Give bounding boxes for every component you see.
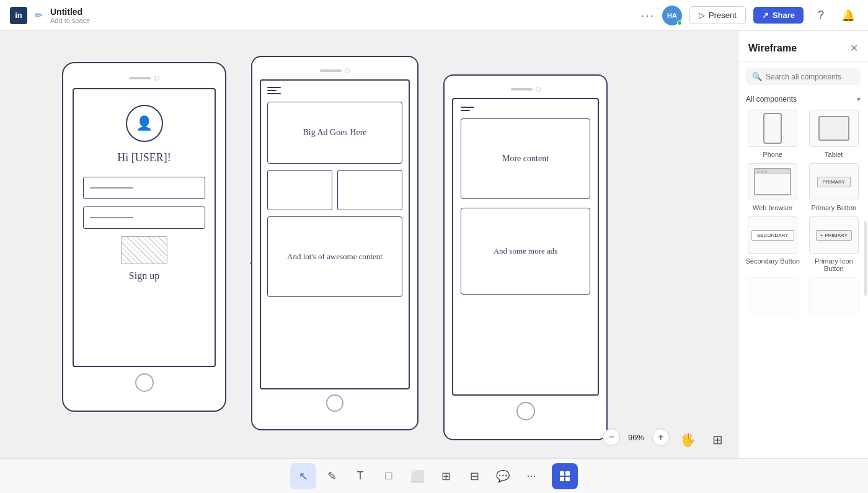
components-icon <box>559 471 570 482</box>
zoom-in-button[interactable]: + <box>652 429 670 446</box>
zoom-out-button[interactable]: − <box>603 429 620 446</box>
comp-primary-button[interactable]: PRIMARY Primary Button <box>806 163 862 211</box>
panel-title: Wireframe <box>748 43 797 54</box>
hamburger-line-2 <box>267 90 277 91</box>
desktop-hline-1 <box>461 107 474 108</box>
present-button[interactable]: ▷ Present <box>689 6 746 24</box>
desktop-hline-2 <box>461 110 470 111</box>
filter-label: All components <box>746 95 797 104</box>
bottom-toolbar: ↖ ✎ T □ ⬜ ⊞ ⊟ 💬 ··· <box>0 458 868 493</box>
comp-browser-box <box>754 168 791 195</box>
password-input-sketch <box>83 207 205 229</box>
hamburger-line-1 <box>267 87 281 88</box>
phone-top-bar-1 <box>73 76 216 81</box>
comp-extra-2[interactable] <box>806 277 862 314</box>
phone-camera <box>154 76 159 81</box>
comp-extra-1-thumb <box>748 277 797 314</box>
browser-dot-3 <box>764 171 767 173</box>
phone-frame-1: 👤 Hi [USER]! Sign up <box>62 62 226 412</box>
comp-tablet-thumb <box>809 110 859 147</box>
tablet-top-bar <box>260 68 410 73</box>
comp-browser-bar <box>755 169 790 174</box>
pen-tool-button[interactable]: ✎ <box>319 463 345 489</box>
comp-phone-label: Phone <box>763 151 782 158</box>
phone-speaker <box>129 77 151 79</box>
filter-chevron-icon[interactable]: ▾ <box>857 95 861 104</box>
desktop-home-button <box>516 402 535 420</box>
app-logo: in <box>10 7 27 24</box>
present-icon: ▷ <box>699 11 705 20</box>
tablet-frame-middle: Big Ad Goes Here And lot's of awesome co… <box>251 56 418 430</box>
document-title: Untitled <box>50 7 90 17</box>
sign-up-text: Sign up <box>83 270 205 282</box>
panel-search-box[interactable]: 🔍 <box>746 68 861 85</box>
comp-browser-thumb <box>748 163 797 200</box>
browser-dot-1 <box>757 171 760 173</box>
notifications-button[interactable]: 🔔 <box>838 6 858 25</box>
help-button[interactable]: ? <box>811 6 831 25</box>
comp-extra-1[interactable] <box>745 277 801 314</box>
sticky-note-button[interactable]: ⬜ <box>404 463 430 489</box>
more-content-block: More content <box>461 118 590 199</box>
comp-web-browser[interactable]: Web browser <box>745 163 801 211</box>
desktop-speaker <box>511 88 533 91</box>
search-input[interactable] <box>766 73 854 81</box>
browser-dot-2 <box>761 171 763 173</box>
select-tool-button[interactable]: ↖ <box>290 463 316 489</box>
comp-tablet[interactable]: Tablet <box>806 110 862 158</box>
more-menu-button[interactable]: ··· <box>640 8 655 22</box>
comp-icon-button[interactable]: +PRIMARY Primary Icon Button <box>806 216 862 272</box>
comp-secondary-btn-label: Secondary Button <box>746 257 800 265</box>
svg-rect-4 <box>560 477 564 481</box>
map-icon[interactable]: ⊞ <box>712 432 723 447</box>
panel-scrollbar[interactable] <box>864 221 867 296</box>
search-icon: 🔍 <box>752 72 762 81</box>
comp-primary-btn-thumb: PRIMARY <box>809 163 859 200</box>
desktop-hamburger <box>461 107 590 111</box>
hi-user-text: Hi [USER]! <box>83 151 205 164</box>
hand-tool-icon[interactable]: 🖐 <box>680 432 696 447</box>
text-tool-button[interactable]: T <box>347 463 373 489</box>
comment-tool-button[interactable]: 💬 <box>490 463 516 489</box>
topbar: in ✏ Untitled Add to space ··· HA ▷ Pres… <box>0 0 868 31</box>
comp-icon-btn-label: Primary Icon Button <box>806 257 862 272</box>
comp-secondary-btn-thumb: SECONDARY <box>748 216 797 254</box>
canvas[interactable]: 👤 Hi [USER]! Sign up <box>0 31 738 458</box>
desktop-camera <box>536 87 541 92</box>
components-panel-button[interactable] <box>552 463 578 489</box>
comp-tablet-label: Tablet <box>825 151 843 158</box>
comp-icon-btn-preview: +PRIMARY <box>816 230 852 241</box>
share-icon: ↗ <box>762 11 769 20</box>
grid-tool-button[interactable]: ⊞ <box>433 463 459 489</box>
comp-phone[interactable]: Phone <box>745 110 801 158</box>
user-avatar-circle: 👤 <box>126 105 163 142</box>
svg-rect-2 <box>560 471 564 476</box>
components-grid: Phone Tablet <box>738 110 868 314</box>
desktop-frame-right: More content And some more ads <box>443 74 608 440</box>
wireframe-container: 👤 Hi [USER]! Sign up <box>62 62 608 440</box>
comp-icon-btn-thumb: +PRIMARY <box>809 216 859 254</box>
comp-primary-btn-label: Primary Button <box>811 204 856 211</box>
panel-header: Wireframe ✕ <box>738 31 868 62</box>
pencil-icon: ✏ <box>35 9 43 21</box>
desktop-screen: More content And some more ads <box>452 98 599 396</box>
zoom-level: 96% <box>625 433 647 442</box>
tablet-speaker <box>320 69 342 72</box>
phone-home-button-1 <box>135 373 154 392</box>
comp-browser-label: Web browser <box>753 204 793 211</box>
big-ad-block: Big Ad Goes Here <box>267 102 402 164</box>
more-ads-block: And some more ads <box>461 208 590 295</box>
more-tools-button[interactable]: ··· <box>518 463 544 489</box>
tablet-screen: Big Ad Goes Here And lot's of awesome co… <box>260 79 410 389</box>
captcha-sketch <box>121 236 167 264</box>
layout-tool-button[interactable]: ⊟ <box>461 463 487 489</box>
username-input-sketch <box>83 177 205 199</box>
rectangle-tool-button[interactable]: □ <box>376 463 402 489</box>
main-area: 👤 Hi [USER]! Sign up <box>0 31 868 458</box>
panel-close-button[interactable]: ✕ <box>850 42 858 54</box>
input-line-2 <box>90 217 133 218</box>
avatar[interactable]: HA <box>662 6 682 25</box>
avatar-person-icon: 👤 <box>136 115 153 131</box>
share-button[interactable]: ↗ Share <box>753 7 804 24</box>
comp-secondary-button[interactable]: SECONDARY Secondary Button <box>745 216 801 272</box>
